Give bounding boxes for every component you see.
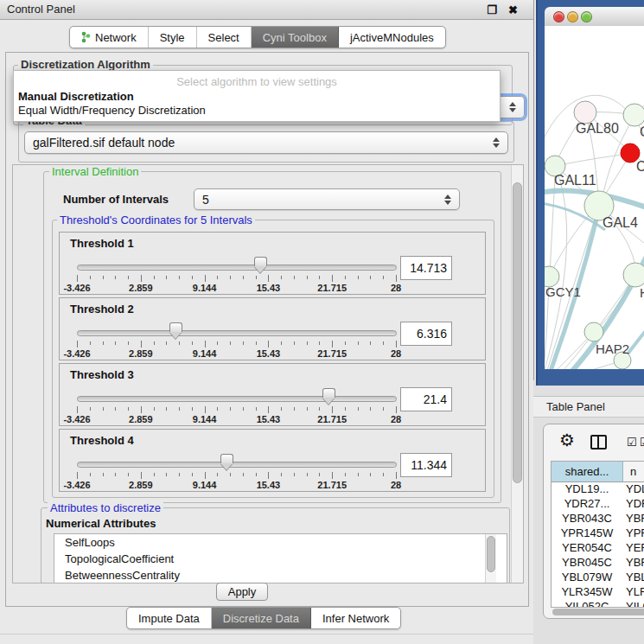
slider-thumb[interactable] bbox=[322, 388, 335, 398]
tick-mark bbox=[268, 341, 269, 348]
cell-shared-name: YLR345W bbox=[552, 585, 622, 598]
table-data-combobox[interactable]: galFiltered.sif default node bbox=[24, 131, 508, 154]
network-edge[interactable] bbox=[556, 154, 628, 166]
table-row[interactable]: YIL052CYIL0 bbox=[552, 600, 644, 608]
vertical-scrollbar[interactable] bbox=[511, 165, 523, 583]
split-view-icon[interactable] bbox=[590, 435, 607, 450]
tick-mark bbox=[256, 407, 257, 411]
numerical-attribute-item[interactable]: TopologicalCoefficient bbox=[54, 551, 507, 567]
network-canvas[interactable]: GAL80GACGAL11GAL4GCY1HHAP2 bbox=[545, 26, 644, 369]
number-of-intervals-combobox[interactable]: 5 bbox=[194, 188, 460, 210]
tick-mark bbox=[268, 406, 269, 413]
network-window-titlebar[interactable] bbox=[545, 7, 644, 27]
table-row[interactable]: YBR045CYBR0 bbox=[552, 556, 644, 571]
combo-stepper-icon bbox=[504, 102, 516, 112]
apply-button[interactable]: Apply bbox=[216, 583, 268, 601]
tab-cyni-toolbox[interactable]: Cyni Toolbox bbox=[252, 27, 339, 48]
float-window-icon[interactable]: ❐ bbox=[487, 4, 497, 16]
threshold-value-input[interactable] bbox=[400, 453, 452, 477]
mac-minimize-button[interactable] bbox=[567, 11, 578, 22]
threshold-value-input[interactable] bbox=[400, 387, 452, 411]
vertical-scrollbar-thumb[interactable] bbox=[513, 182, 522, 483]
tab-style[interactable]: Style bbox=[149, 27, 197, 48]
tick-mark bbox=[77, 406, 78, 413]
table-row[interactable]: YDR27...YDR2 bbox=[552, 497, 644, 512]
tick-mark bbox=[115, 341, 116, 345]
network-view-window: GAL80GACGAL11GAL4GCY1HHAP2 bbox=[536, 0, 644, 386]
node-label: GA bbox=[640, 124, 644, 139]
mac-close-button[interactable] bbox=[553, 11, 564, 22]
numerical-attribute-item[interactable]: BetweennessCentrality bbox=[54, 567, 507, 583]
network-graph: GAL80GACGAL11GAL4GCY1HHAP2 bbox=[545, 26, 644, 369]
tick-mark bbox=[345, 473, 346, 476]
network-node[interactable] bbox=[623, 263, 644, 287]
tick-mark bbox=[332, 472, 333, 479]
threshold-value-input[interactable] bbox=[400, 322, 452, 346]
table-row[interactable]: YLR345WYLR3 bbox=[552, 585, 644, 600]
table-row[interactable]: YPR145WYPR1 bbox=[552, 526, 644, 541]
attributes-list-scrollbar[interactable] bbox=[485, 534, 496, 583]
tick-mark bbox=[256, 341, 257, 345]
slider-thumb[interactable] bbox=[169, 322, 182, 332]
close-icon[interactable]: ✖ bbox=[508, 4, 518, 16]
slider-ticks bbox=[77, 275, 396, 282]
network-edge[interactable] bbox=[545, 360, 622, 369]
slider-track[interactable] bbox=[77, 330, 397, 336]
network-node[interactable] bbox=[623, 104, 644, 126]
tick-mark bbox=[307, 276, 308, 279]
numerical-attribute-item[interactable]: SelfLoops bbox=[54, 534, 507, 551]
tick-mark bbox=[217, 341, 218, 345]
tab-select[interactable]: Select bbox=[197, 27, 252, 48]
tick-label: 2.859 bbox=[129, 480, 153, 490]
slider-track[interactable] bbox=[77, 462, 397, 468]
tab-label: Infer Network bbox=[322, 612, 389, 625]
tick-mark bbox=[217, 473, 218, 476]
column-header-name[interactable]: n bbox=[623, 462, 644, 482]
tab-infer-network[interactable]: Infer Network bbox=[311, 608, 400, 628]
tick-mark bbox=[358, 341, 359, 345]
tab-jactivemnodules[interactable]: jActiveMNodules bbox=[339, 27, 445, 48]
tab-label: Network bbox=[95, 31, 137, 44]
tick-mark bbox=[141, 406, 142, 413]
tick-mark bbox=[396, 406, 397, 413]
threshold-value-input[interactable] bbox=[400, 256, 452, 280]
checkbox-checked-icon[interactable]: ☑ bbox=[640, 436, 644, 449]
tick-mark bbox=[281, 407, 282, 411]
cyni-toolbox-content: Discretization Algorithm Select algorith… bbox=[5, 52, 529, 607]
numerical-attributes-label: Numerical Attributes bbox=[46, 517, 156, 530]
tick-mark bbox=[103, 407, 104, 411]
tick-label: 28 bbox=[391, 283, 401, 293]
gear-icon[interactable]: ⚙ bbox=[559, 431, 575, 449]
tick-mark bbox=[396, 341, 397, 348]
tick-label: 21.715 bbox=[317, 414, 347, 424]
attributes-scrollbar-thumb[interactable] bbox=[487, 536, 495, 572]
table-row[interactable]: YBL079WYBL0 bbox=[552, 571, 644, 585]
tab-discretize-data[interactable]: Discretize Data bbox=[212, 608, 311, 628]
mac-zoom-button[interactable] bbox=[581, 11, 592, 22]
slider-thumb[interactable] bbox=[254, 257, 267, 266]
cell-shared-name: YPR145W bbox=[552, 526, 622, 539]
slider-track[interactable] bbox=[77, 396, 397, 402]
dropdown-option-manual-discretization[interactable]: Manual Discretization bbox=[18, 90, 134, 103]
table-row[interactable]: YER054CYER0 bbox=[552, 541, 644, 556]
slider-thumb[interactable] bbox=[220, 454, 233, 463]
slider-track[interactable] bbox=[77, 265, 397, 271]
checkbox-checked-icon[interactable]: ☑ bbox=[627, 436, 637, 449]
tick-mark bbox=[77, 472, 78, 479]
tick-mark bbox=[319, 407, 320, 411]
screen: Control Panel ❐ ✖ Network Style Select C… bbox=[0, 0, 644, 644]
tab-impute-data[interactable]: Impute Data bbox=[127, 608, 212, 628]
tick-mark bbox=[358, 276, 359, 279]
cell-name: YBR0 bbox=[626, 556, 644, 569]
table-row[interactable]: YDL19...YDL1 bbox=[552, 482, 644, 497]
column-header-shared-name[interactable]: shared... bbox=[552, 462, 623, 482]
network-node[interactable] bbox=[584, 322, 603, 341]
table-row[interactable]: YBR043CYBR0 bbox=[552, 512, 644, 526]
bottom-divider bbox=[0, 634, 533, 634]
horizontal-scrollbar-thumb[interactable] bbox=[552, 609, 644, 615]
dropdown-option-equal-width-frequency[interactable]: Equal Width/Frequency Discretization bbox=[18, 104, 206, 117]
tab-network[interactable]: Network bbox=[70, 27, 149, 48]
tick-mark bbox=[281, 276, 282, 279]
tab-label: Discretize Data bbox=[223, 612, 299, 625]
tick-mark bbox=[90, 276, 91, 279]
